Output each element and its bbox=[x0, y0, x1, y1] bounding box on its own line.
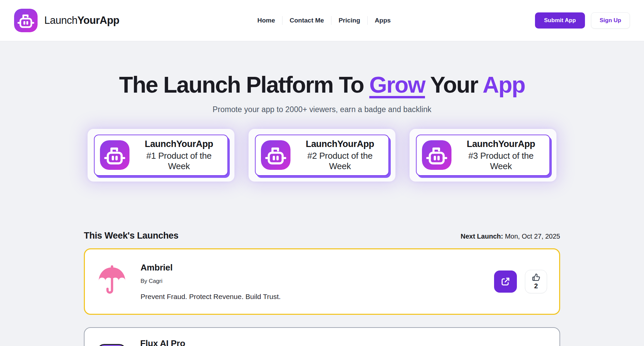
hero-title: The Launch Platform To Grow Your App bbox=[0, 72, 644, 98]
submit-app-button[interactable]: Submit App bbox=[535, 12, 585, 29]
launch-name: Flux AI Pro bbox=[140, 338, 185, 346]
next-launch: Next Launch: Mon, Oct 27, 2025 bbox=[461, 233, 560, 240]
next-launch-label: Next Launch: bbox=[461, 233, 503, 240]
badge-rank: #2 Product of the Week bbox=[297, 151, 383, 171]
nav-item-apps[interactable]: Apps bbox=[374, 15, 391, 26]
launch-actions: 2 bbox=[494, 270, 547, 293]
hero-subtitle: Promote your app to 2000+ viewers, earn … bbox=[0, 105, 644, 114]
badge-text: LaunchYourApp #2 Product of the Week bbox=[297, 139, 383, 171]
launches-header: This Week's Launches Next Launch: Mon, O… bbox=[84, 231, 560, 241]
launch-name: Ambriel bbox=[141, 262, 281, 273]
nav-item-contact-me[interactable]: Contact Me bbox=[289, 15, 325, 26]
launch-author: By Cagri bbox=[141, 278, 281, 285]
upvote-button[interactable]: 2 bbox=[525, 270, 547, 293]
app-icon bbox=[97, 338, 127, 346]
launch-info: Ambriel By Cagri Prevent Fraud. Protect … bbox=[141, 262, 281, 301]
nav-item-home[interactable]: Home bbox=[257, 15, 276, 26]
launch-card-flux-ai-pro[interactable]: Flux AI Pro bbox=[84, 327, 560, 346]
launch-card-ambriel[interactable]: Ambriel By Cagri Prevent Fraud. Protect … bbox=[84, 248, 560, 315]
nav-item-pricing[interactable]: Pricing bbox=[338, 15, 361, 26]
brand-name-regular: Launch bbox=[44, 14, 77, 26]
thumbs-up-icon bbox=[532, 273, 540, 282]
section-title: This Week's Launches bbox=[84, 231, 178, 241]
app-header: LaunchYourApp Home Contact Me Pricing Ap… bbox=[0, 0, 644, 41]
main-nav: Home Contact Me Pricing Apps bbox=[257, 15, 391, 26]
visit-app-button[interactable] bbox=[494, 270, 517, 293]
launches-section: This Week's Launches Next Launch: Mon, O… bbox=[84, 231, 560, 346]
badge-card-2[interactable]: LaunchYourApp #2 Product of the Week bbox=[249, 129, 395, 182]
brand[interactable]: LaunchYourApp bbox=[14, 9, 119, 32]
robot-icon bbox=[261, 140, 290, 170]
badge-inner: LaunchYourApp #1 Product of the Week bbox=[94, 135, 228, 176]
robot-icon bbox=[14, 9, 38, 32]
badge-text: LaunchYourApp #3 Product of the Week bbox=[458, 139, 544, 171]
robot-icon bbox=[422, 140, 451, 170]
launch-tagline: Prevent Fraud. Protect Revenue. Build Tr… bbox=[141, 293, 281, 301]
hero-title-prefix: The Launch Platform To bbox=[119, 72, 369, 97]
hero-title-highlight: Grow bbox=[369, 74, 425, 98]
badge-app-name: LaunchYourApp bbox=[297, 139, 383, 149]
robot-icon bbox=[100, 140, 129, 170]
badge-inner: LaunchYourApp #3 Product of the Week bbox=[416, 135, 550, 176]
brand-wordmark: LaunchYourApp bbox=[44, 14, 119, 27]
badge-card-1[interactable]: LaunchYourApp #1 Product of the Week bbox=[88, 129, 234, 182]
hero-section: The Launch Platform To Grow Your App Pro… bbox=[0, 72, 644, 182]
header-actions: Submit App Sign Up bbox=[535, 12, 630, 29]
vote-count: 2 bbox=[534, 282, 538, 290]
nav-separator bbox=[331, 16, 332, 25]
umbrella-icon bbox=[97, 264, 127, 299]
nav-separator bbox=[282, 16, 283, 25]
external-link-icon bbox=[500, 276, 511, 287]
badge-inner: LaunchYourApp #2 Product of the Week bbox=[255, 135, 389, 176]
hero-title-accent: App bbox=[483, 72, 525, 97]
nav-separator bbox=[367, 16, 368, 25]
sign-up-button[interactable]: Sign Up bbox=[591, 12, 630, 29]
launch-info: Flux AI Pro bbox=[140, 338, 185, 346]
badges-row: LaunchYourApp #1 Product of the Week bbox=[88, 129, 556, 182]
hero-title-mid: Your bbox=[425, 72, 483, 97]
next-launch-date: Mon, Oct 27, 2025 bbox=[503, 233, 560, 240]
badge-rank: #3 Product of the Week bbox=[458, 151, 544, 171]
brand-name-bold: YourApp bbox=[77, 14, 119, 26]
badge-app-name: LaunchYourApp bbox=[458, 139, 544, 149]
badge-card-3[interactable]: LaunchYourApp #3 Product of the Week bbox=[410, 129, 556, 182]
badge-rank: #1 Product of the Week bbox=[136, 151, 222, 171]
badge-app-name: LaunchYourApp bbox=[136, 139, 222, 149]
badge-text: LaunchYourApp #1 Product of the Week bbox=[136, 139, 222, 171]
